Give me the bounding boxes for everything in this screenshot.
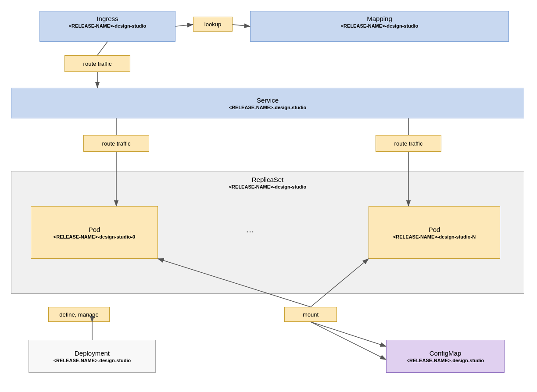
deployment-box: Deployment <RELEASE-NAME>-design-studio (29, 340, 156, 373)
pod-n-box: Pod <RELEASE-NAME>-design-studio-N (369, 206, 500, 259)
ellipsis-label: ... (233, 224, 268, 235)
mount-label: mount (303, 311, 319, 318)
define-manage-label: define, manage (59, 311, 99, 318)
mount-box: mount (284, 307, 337, 322)
route-traffic-1-label: route traffic (83, 61, 112, 67)
deployment-sublabel: <RELEASE-NAME>-design-studio (54, 358, 131, 363)
configmap-sublabel: <RELEASE-NAME>-design-studio (407, 358, 484, 363)
pod-0-box: Pod <RELEASE-NAME>-design-studio-0 (31, 206, 158, 259)
pod-0-label: Pod (89, 226, 100, 233)
configmap-box: ConfigMap <RELEASE-NAME>-design-studio (386, 340, 505, 373)
service-box: Service <RELEASE-NAME>-design-studio (11, 88, 524, 118)
ingress-label: Ingress (45, 15, 170, 22)
route-traffic-3-box: route traffic (376, 135, 441, 152)
pod-n-sublabel: <RELEASE-NAME>-design-studio-N (393, 234, 476, 239)
pod-n-label: Pod (429, 226, 440, 233)
deployment-label: Deployment (75, 349, 110, 357)
lookup-box: lookup (193, 17, 233, 32)
pod-0-sublabel: <RELEASE-NAME>-design-studio-0 (54, 234, 135, 239)
configmap-label: ConfigMap (430, 349, 462, 357)
service-sublabel: <RELEASE-NAME>-design-studio (229, 105, 307, 110)
route-traffic-1-box: route traffic (64, 55, 130, 72)
svg-line-4 (97, 42, 107, 55)
route-traffic-2-box: route traffic (83, 135, 149, 152)
define-manage-box: define, manage (48, 307, 110, 322)
ingress-sublabel: <RELEASE-NAME>-design-studio (45, 23, 170, 29)
ingress-box: Ingress <RELEASE-NAME>-design-studio (39, 11, 175, 42)
mapping-box: Mapping <RELEASE-NAME>-design-studio (250, 11, 509, 42)
route-traffic-2-label: route traffic (102, 140, 131, 147)
svg-line-13 (311, 322, 386, 346)
svg-line-2 (175, 25, 193, 26)
replicaset-label: ReplicaSet (11, 176, 524, 183)
svg-line-14 (311, 322, 386, 360)
replicaset-sublabel: <RELEASE-NAME>-design-studio (11, 184, 524, 189)
diagram-container: Ingress <RELEASE-NAME>-design-studio loo… (0, 0, 537, 392)
service-label: Service (257, 96, 279, 104)
lookup-label: lookup (204, 21, 221, 28)
route-traffic-3-label: route traffic (394, 140, 423, 147)
mapping-label: Mapping (256, 15, 503, 22)
svg-line-3 (233, 25, 250, 26)
mapping-sublabel: <RELEASE-NAME>-design-studio (256, 23, 503, 29)
